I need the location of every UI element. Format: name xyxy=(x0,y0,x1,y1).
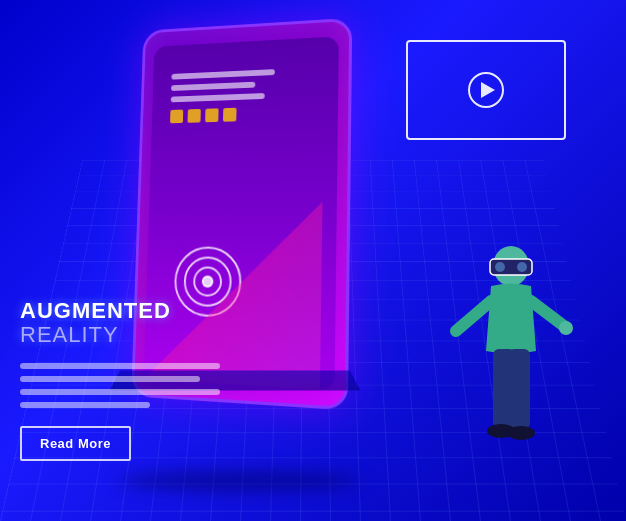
phone-line-3 xyxy=(171,93,265,102)
phone-ui-lines xyxy=(170,68,294,123)
title-line1: AUGMENTED xyxy=(20,298,171,323)
play-icon xyxy=(481,82,495,98)
phone-dot-2 xyxy=(187,109,200,123)
title-line2: REALITY xyxy=(20,322,119,347)
description-lines xyxy=(20,363,220,408)
read-more-button[interactable]: Read More xyxy=(20,426,131,461)
svg-point-4 xyxy=(559,321,573,335)
phone-dot-1 xyxy=(170,110,183,124)
phone-dot-3 xyxy=(205,108,218,122)
svg-point-2 xyxy=(495,262,505,272)
desc-line-3 xyxy=(20,389,220,395)
background: AUGMENTED REALITY Read More xyxy=(0,0,626,521)
text-area: AUGMENTED REALITY Read More xyxy=(20,299,220,461)
svg-point-3 xyxy=(517,262,527,272)
main-title: AUGMENTED REALITY xyxy=(20,299,220,347)
phone-shadow xyxy=(120,471,360,491)
phone-line-2 xyxy=(171,82,255,91)
vr-person xyxy=(446,241,576,461)
video-play-button[interactable] xyxy=(468,72,504,108)
video-card xyxy=(406,40,566,140)
desc-line-2 xyxy=(20,376,200,382)
desc-line-1 xyxy=(20,363,220,369)
person-svg xyxy=(446,241,576,461)
svg-point-8 xyxy=(507,426,535,440)
phone-line-1 xyxy=(171,69,275,79)
phone-dot-4 xyxy=(223,108,237,122)
desc-line-4 xyxy=(20,402,150,408)
phone-dots xyxy=(170,106,294,124)
svg-rect-6 xyxy=(508,349,530,429)
